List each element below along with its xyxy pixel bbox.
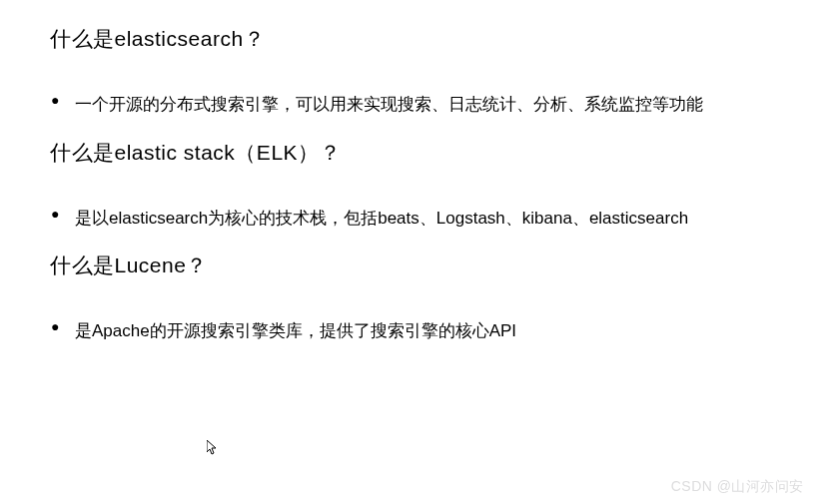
bullet-list: 是Apache的开源搜索引擎类库，提供了搜索引擎的核心API — [50, 307, 769, 355]
cursor-icon — [207, 440, 219, 456]
list-item: 是以elasticsearch为核心的技术栈，包括beats、Logstash、… — [75, 195, 769, 243]
heading-elastic-stack: 什么是elastic stack（ELK）？ — [50, 139, 769, 167]
section-lucene: 什么是Lucene？ 是Apache的开源搜索引擎类库，提供了搜索引擎的核心AP… — [50, 252, 769, 355]
heading-elasticsearch: 什么是elasticsearch？ — [50, 25, 769, 53]
list-item: 一个开源的分布式搜索引擎，可以用来实现搜索、日志统计、分析、系统监控等功能 — [75, 81, 769, 129]
heading-lucene: 什么是Lucene？ — [50, 252, 769, 279]
section-elasticsearch: 什么是elasticsearch？ 一个开源的分布式搜索引擎，可以用来实现搜索、… — [50, 25, 769, 129]
list-item: 是Apache的开源搜索引擎类库，提供了搜索引擎的核心API — [75, 307, 769, 355]
watermark-text: CSDN @山河亦问安 — [671, 478, 804, 496]
section-elastic-stack: 什么是elastic stack（ELK）？ 是以elasticsearch为核… — [50, 139, 769, 243]
bullet-list: 一个开源的分布式搜索引擎，可以用来实现搜索、日志统计、分析、系统监控等功能 — [50, 81, 769, 129]
bullet-list: 是以elasticsearch为核心的技术栈，包括beats、Logstash、… — [50, 195, 769, 243]
